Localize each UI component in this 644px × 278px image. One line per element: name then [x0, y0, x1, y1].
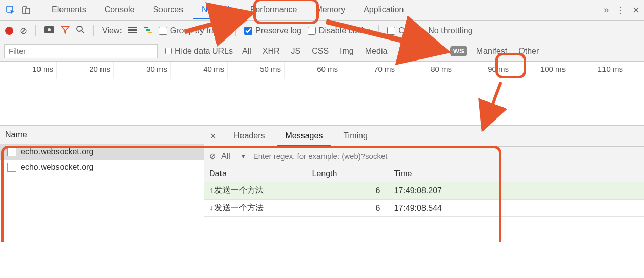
svg-rect-12 [148, 32, 152, 33]
svg-rect-11 [146, 29, 150, 31]
favicon-placeholder [7, 147, 16, 156]
col-length[interactable]: Length [307, 166, 389, 182]
filter-type-font[interactable]: Font [396, 46, 417, 57]
timeline-tick: 60 ms [285, 62, 341, 79]
filter-funnel-icon[interactable] [61, 25, 70, 36]
filter-type-xhr[interactable]: XHR [260, 46, 282, 57]
timeline-tick: 20 ms [57, 62, 114, 79]
waterfall-icon[interactable] [144, 26, 153, 35]
group-by-frame-label[interactable]: Group by frame [170, 26, 227, 35]
search-icon[interactable] [76, 25, 85, 36]
message-regex-input[interactable] [251, 150, 639, 163]
favicon-placeholder [7, 163, 16, 172]
filter-type-doc[interactable]: Doc [424, 46, 442, 57]
close-devtools-icon[interactable]: ✕ [632, 5, 640, 16]
detail-tab-timing[interactable]: Timing [335, 127, 375, 146]
svg-line-6 [82, 31, 84, 33]
tab-network[interactable]: Network [193, 1, 240, 19]
offline-label[interactable]: Offline [398, 26, 422, 35]
clear-icon[interactable]: ⊘ [19, 25, 27, 36]
offline-checkbox[interactable] [387, 27, 395, 35]
filter-type-media[interactable]: Media [363, 46, 390, 57]
svg-point-5 [77, 26, 82, 31]
message-data: 发送一个方法 [214, 203, 264, 212]
throttling-select[interactable]: No throttling [428, 26, 472, 35]
svg-point-4 [48, 28, 51, 31]
request-name: echo.websocket.org [21, 147, 93, 156]
request-row[interactable]: echo.websocket.org [0, 160, 204, 175]
request-name: echo.websocket.org [21, 163, 93, 172]
timeline-ruler[interactable]: 10 ms 20 ms 30 ms 40 ms 50 ms 60 ms 70 m… [0, 62, 644, 79]
tab-performance[interactable]: Performance [242, 1, 306, 19]
timeline-tick: 10 ms [0, 62, 57, 79]
filter-type-js[interactable]: JS [289, 46, 303, 57]
preserve-log-checkbox[interactable] [244, 27, 252, 35]
message-time: 17:49:08.207 [389, 182, 644, 200]
record-button[interactable] [5, 27, 13, 35]
svg-rect-8 [128, 29, 137, 31]
capture-screenshot-icon[interactable] [44, 26, 54, 35]
view-label: View: [102, 26, 122, 35]
filter-type-manifest[interactable]: Manifest [474, 46, 509, 57]
more-tabs-chevron-icon[interactable]: » [603, 5, 609, 15]
timeline-tick: 80 ms [398, 62, 455, 79]
detail-tab-messages[interactable]: Messages [277, 127, 331, 146]
tab-sources[interactable]: Sources [145, 1, 191, 19]
filter-type-ws[interactable]: WS [450, 46, 467, 56]
message-time: 17:49:08.544 [389, 200, 644, 217]
message-direction-filter[interactable]: All▼ [221, 152, 246, 161]
request-row[interactable]: echo.websocket.org [0, 144, 204, 160]
timeline-tick: 40 ms [171, 62, 228, 79]
clear-messages-icon[interactable]: ⊘ [209, 151, 216, 161]
message-row[interactable]: ↓发送一个方法 6 17:49:08.544 [204, 200, 644, 217]
svg-rect-2 [26, 8, 30, 14]
filter-type-other[interactable]: Other [516, 46, 541, 57]
filter-type-css[interactable]: CSS [310, 46, 331, 57]
timeline-tick: 90 ms [455, 62, 512, 79]
hide-data-urls-checkbox[interactable] [165, 48, 172, 54]
sent-arrow-icon: ↑ [209, 186, 213, 194]
kebab-menu-icon[interactable]: ⋮ [616, 5, 625, 16]
group-by-frame-checkbox[interactable] [159, 27, 167, 35]
preserve-log-label[interactable]: Preserve log [255, 26, 301, 35]
large-rows-icon[interactable] [128, 26, 137, 35]
timeline-tick: 50 ms [228, 62, 285, 79]
hide-data-urls-label[interactable]: Hide data URLs [175, 47, 233, 56]
received-arrow-icon: ↓ [209, 203, 213, 212]
svg-rect-9 [128, 32, 137, 33]
tab-console[interactable]: Console [96, 1, 143, 19]
toggle-device-icon[interactable] [19, 4, 33, 17]
svg-rect-10 [144, 27, 148, 28]
svg-rect-7 [128, 27, 137, 28]
disable-cache-checkbox[interactable] [308, 27, 316, 35]
col-data[interactable]: Data [204, 166, 307, 182]
message-length: 6 [307, 182, 389, 200]
col-time[interactable]: Time [389, 166, 644, 182]
timeline-tick: 110 ms [569, 62, 626, 79]
filter-type-all[interactable]: All [240, 46, 253, 57]
message-data: 发送一个方法 [214, 186, 264, 194]
name-column-header: Name [0, 126, 204, 144]
message-row[interactable]: ↑发送一个方法 6 17:49:08.207 [204, 182, 644, 200]
disable-cache-label[interactable]: Disable cache [319, 26, 371, 35]
timeline-tick: 100 ms [512, 62, 569, 79]
filter-input[interactable] [4, 44, 158, 58]
filter-type-img[interactable]: Img [338, 46, 356, 57]
inspect-element-icon[interactable] [4, 4, 17, 17]
message-length: 6 [307, 200, 389, 217]
tab-memory[interactable]: Memory [307, 1, 353, 19]
timeline-tick: 30 ms [114, 62, 171, 79]
tab-elements[interactable]: Elements [44, 1, 94, 19]
close-detail-icon[interactable]: ✕ [204, 131, 222, 141]
detail-tab-headers[interactable]: Headers [226, 127, 273, 146]
timeline-tick: 70 ms [341, 62, 398, 79]
tab-application[interactable]: Application [355, 1, 412, 19]
